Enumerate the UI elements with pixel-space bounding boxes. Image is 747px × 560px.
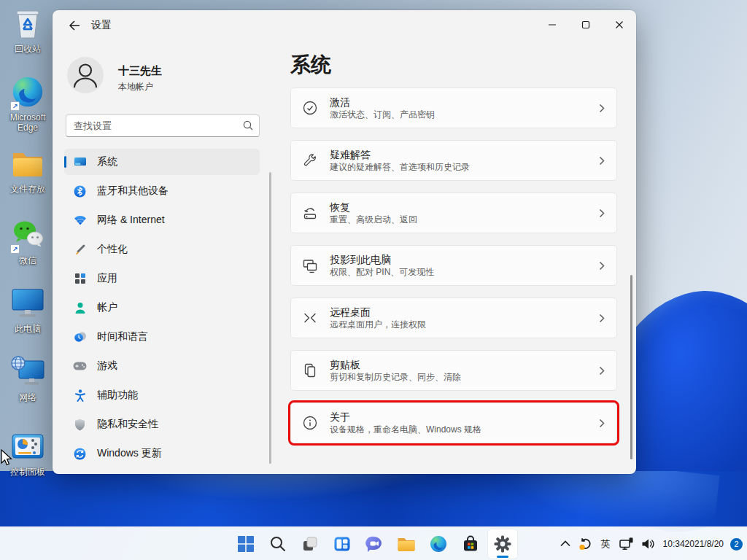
sidebar-item-label: 系统 xyxy=(97,155,117,168)
sidebar-item-gaming[interactable]: 游戏 xyxy=(64,353,260,379)
volume-tray-button[interactable] xyxy=(638,529,659,559)
widgets-button[interactable] xyxy=(328,529,357,559)
minimize-icon xyxy=(548,20,557,29)
bluetooth-icon xyxy=(73,184,87,198)
language-indicator[interactable]: 英 xyxy=(596,529,616,559)
shortcut-arrow-icon: ↗ xyxy=(10,244,20,254)
chat-button[interactable] xyxy=(360,529,389,559)
desktop-icon-edge[interactable]: ↗ Microsoft Edge xyxy=(1,76,54,133)
sidebar-item-label: 隐私和安全性 xyxy=(97,418,158,431)
chat-icon xyxy=(365,535,383,553)
widgets-icon xyxy=(333,535,351,553)
desktop-icon-this-pc[interactable]: 此电脑 xyxy=(1,287,54,334)
sidebar-scrollbar[interactable] xyxy=(269,172,271,464)
card-recovery[interactable]: 恢复重置、高级启动、返回 xyxy=(290,192,617,233)
card-title: 关于 xyxy=(330,411,481,424)
tray-chevron-button[interactable] xyxy=(556,529,575,559)
wifi-icon xyxy=(73,214,87,227)
tray-date: 2021/8/20 xyxy=(685,539,724,550)
wallpaper-bloom-band xyxy=(0,471,747,526)
desktop-icon-folder[interactable]: 文件存放 xyxy=(1,147,54,194)
avatar[interactable] xyxy=(67,57,104,93)
sidebar-item-label: 蓝牙和其他设备 xyxy=(97,184,169,198)
card-subtitle: 激活状态、订阅、产品密钥 xyxy=(330,109,435,120)
back-arrow-icon xyxy=(69,20,80,31)
sidebar-item-windows-update[interactable]: Windows 更新 xyxy=(64,440,260,467)
desktop-icon-recycle-bin[interactable]: 回收站 xyxy=(1,7,54,54)
taskbar: 英 10:34 2021/8/20 2 xyxy=(0,526,747,560)
chevron-up-icon xyxy=(560,539,571,549)
close-button[interactable] xyxy=(603,10,636,39)
card-about[interactable]: 关于设备规格，重命名电脑、Windows 规格 xyxy=(290,402,617,443)
search-box[interactable] xyxy=(66,114,260,137)
task-view-icon xyxy=(301,535,319,553)
sidebar-item-bluetooth[interactable]: 蓝牙和其他设备 xyxy=(64,178,260,204)
desktop-icon-network[interactable]: 网络 xyxy=(1,356,54,402)
card-subtitle: 建议的疑难解答、首选项和历史记录 xyxy=(330,161,470,173)
maximize-button[interactable] xyxy=(569,10,603,39)
time-language-icon xyxy=(73,330,87,343)
card-title: 剪贴板 xyxy=(330,358,461,371)
chevron-right-icon xyxy=(599,314,605,323)
sidebar-item-label: 应用 xyxy=(97,272,117,285)
network-icon xyxy=(10,355,45,392)
update-pending-button[interactable] xyxy=(575,529,596,559)
minimize-button[interactable] xyxy=(535,10,569,39)
chevron-right-icon xyxy=(599,209,605,218)
back-button[interactable] xyxy=(63,16,86,35)
chevron-right-icon xyxy=(599,366,605,376)
sidebar-item-time-language[interactable]: 时间和语言 xyxy=(64,324,260,350)
card-troubleshoot[interactable]: 疑难解答建议的疑难解答、首选项和历史记录 xyxy=(290,140,617,181)
store-icon xyxy=(462,535,479,553)
edge-button[interactable] xyxy=(424,529,453,559)
gear-icon xyxy=(494,535,511,553)
card-remote-desktop[interactable]: 远程桌面远程桌面用户，连接权限 xyxy=(290,298,617,338)
sidebar-item-personalization[interactable]: 个性化 xyxy=(64,236,260,262)
sidebar-item-apps[interactable]: 应用 xyxy=(64,265,260,292)
start-button[interactable] xyxy=(231,529,260,559)
file-explorer-button[interactable] xyxy=(392,529,421,559)
search-input[interactable] xyxy=(66,114,260,137)
content-scrollbar[interactable] xyxy=(630,275,632,459)
sidebar-item-label: 辅助功能 xyxy=(97,389,138,402)
sidebar-item-privacy[interactable]: 隐私和安全性 xyxy=(64,411,260,438)
store-button[interactable] xyxy=(456,529,485,559)
card-subtitle: 权限、配对 PIN、可发现性 xyxy=(330,266,434,278)
notification-badge[interactable]: 2 xyxy=(730,538,743,551)
network-tray-button[interactable] xyxy=(616,529,638,559)
recycle-bin-icon xyxy=(14,7,42,42)
card-title: 恢复 xyxy=(330,201,417,214)
gaming-icon xyxy=(73,359,87,373)
card-title: 激活 xyxy=(330,96,435,109)
settings-button[interactable] xyxy=(488,529,517,559)
search-icon xyxy=(269,535,287,553)
accessibility-icon xyxy=(73,389,87,402)
user-account-type: 本地帐户 xyxy=(118,81,153,93)
remote-desktop-icon xyxy=(302,310,318,326)
card-title: 投影到此电脑 xyxy=(330,253,434,266)
taskbar-search-button[interactable] xyxy=(263,529,293,559)
task-view-button[interactable] xyxy=(295,529,325,559)
accounts-icon xyxy=(73,301,87,314)
sidebar-item-network[interactable]: 网络 & Internet xyxy=(64,207,260,233)
apps-icon xyxy=(73,272,87,285)
windows-start-icon xyxy=(237,535,255,553)
maximize-icon xyxy=(581,20,590,29)
sidebar-item-label: 时间和语言 xyxy=(97,330,148,343)
titlebar[interactable]: 设置 xyxy=(53,10,636,39)
privacy-shield-icon xyxy=(73,418,87,431)
recovery-icon xyxy=(302,205,318,221)
desktop-icon-wechat[interactable]: ↗ 微信 xyxy=(1,219,54,265)
troubleshoot-wrench-icon xyxy=(302,152,318,168)
card-clipboard[interactable]: 剪贴板剪切和复制历史记录、同步、清除 xyxy=(290,350,617,391)
card-project-to-pc[interactable]: 投影到此电脑权限、配对 PIN、可发现性 xyxy=(290,245,617,286)
update-restart-icon xyxy=(578,537,592,551)
search-icon xyxy=(243,120,253,133)
clock[interactable]: 10:34 2021/8/20 xyxy=(659,529,727,559)
sidebar-nav: 系统 蓝牙和其他设备 网络 & Internet 个性化 应用 帐户 xyxy=(64,149,260,470)
sidebar-item-system[interactable]: 系统 xyxy=(64,149,260,175)
sidebar-item-accessibility[interactable]: 辅助功能 xyxy=(64,382,260,408)
sidebar-item-accounts[interactable]: 帐户 xyxy=(64,295,260,321)
card-activation[interactable]: 激活激活状态、订阅、产品密钥 xyxy=(290,88,617,128)
control-panel-icon xyxy=(12,434,44,462)
